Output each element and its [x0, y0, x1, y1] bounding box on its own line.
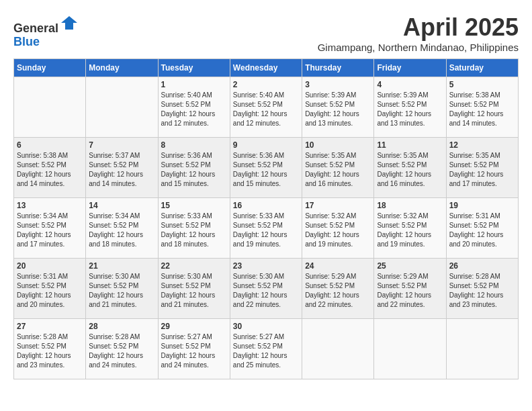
- weekday-header-thursday: Thursday: [302, 59, 374, 77]
- calendar-week-row: 6Sunrise: 5:38 AM Sunset: 5:52 PM Daylig…: [14, 138, 519, 198]
- day-number: 26: [449, 261, 515, 271]
- svg-marker-0: [61, 16, 77, 30]
- calendar-week-row: 27Sunrise: 5:28 AM Sunset: 5:52 PM Dayli…: [14, 319, 519, 379]
- calendar-week-row: 1Sunrise: 5:40 AM Sunset: 5:52 PM Daylig…: [14, 77, 519, 138]
- day-number: 24: [305, 261, 371, 271]
- day-number: 23: [233, 261, 299, 271]
- location-title: Gimampang, Northern Mindanao, Philippine…: [318, 42, 519, 53]
- calendar-cell: 16Sunrise: 5:33 AM Sunset: 5:52 PM Dayli…: [230, 198, 302, 259]
- calendar-cell: 26Sunrise: 5:28 AM Sunset: 5:52 PM Dayli…: [446, 259, 518, 319]
- calendar-cell: [374, 319, 446, 379]
- day-info: Sunrise: 5:27 AM Sunset: 5:52 PM Dayligh…: [161, 332, 227, 370]
- day-info: Sunrise: 5:39 AM Sunset: 5:52 PM Dayligh…: [377, 91, 443, 128]
- day-number: 3: [305, 80, 371, 89]
- logo-blue: Blue: [13, 35, 40, 48]
- calendar-cell: 17Sunrise: 5:32 AM Sunset: 5:52 PM Dayli…: [302, 198, 374, 259]
- day-info: Sunrise: 5:39 AM Sunset: 5:52 PM Dayligh…: [305, 91, 371, 128]
- calendar-cell: 24Sunrise: 5:29 AM Sunset: 5:52 PM Dayli…: [302, 259, 374, 319]
- day-info: Sunrise: 5:31 AM Sunset: 5:52 PM Dayligh…: [449, 212, 515, 249]
- day-number: 21: [89, 261, 154, 271]
- day-number: 1: [161, 80, 227, 89]
- day-number: 10: [305, 140, 371, 150]
- day-info: Sunrise: 5:29 AM Sunset: 5:52 PM Dayligh…: [377, 272, 443, 310]
- calendar-cell: 14Sunrise: 5:34 AM Sunset: 5:52 PM Dayli…: [86, 198, 158, 259]
- day-info: Sunrise: 5:37 AM Sunset: 5:52 PM Dayligh…: [89, 151, 154, 189]
- calendar-cell: 30Sunrise: 5:27 AM Sunset: 5:52 PM Dayli…: [230, 319, 302, 379]
- calendar-cell: 18Sunrise: 5:32 AM Sunset: 5:52 PM Dayli…: [374, 198, 446, 259]
- day-info: Sunrise: 5:32 AM Sunset: 5:52 PM Dayligh…: [377, 212, 443, 249]
- page-header: General Blue April 2025 Gimampang, North…: [13, 13, 519, 53]
- calendar-cell: 29Sunrise: 5:27 AM Sunset: 5:52 PM Dayli…: [158, 319, 230, 379]
- day-number: 22: [161, 261, 227, 271]
- day-info: Sunrise: 5:36 AM Sunset: 5:52 PM Dayligh…: [233, 151, 299, 189]
- day-info: Sunrise: 5:27 AM Sunset: 5:52 PM Dayligh…: [233, 332, 299, 370]
- day-number: 2: [233, 80, 299, 89]
- calendar-week-row: 20Sunrise: 5:31 AM Sunset: 5:52 PM Dayli…: [14, 259, 519, 319]
- day-info: Sunrise: 5:33 AM Sunset: 5:52 PM Dayligh…: [161, 212, 227, 249]
- day-info: Sunrise: 5:30 AM Sunset: 5:52 PM Dayligh…: [233, 272, 299, 310]
- day-number: 29: [161, 322, 227, 331]
- day-number: 5: [449, 80, 515, 89]
- day-info: Sunrise: 5:35 AM Sunset: 5:52 PM Dayligh…: [305, 151, 371, 189]
- day-info: Sunrise: 5:35 AM Sunset: 5:52 PM Dayligh…: [449, 151, 515, 189]
- day-info: Sunrise: 5:38 AM Sunset: 5:52 PM Dayligh…: [449, 91, 515, 128]
- calendar-cell: 9Sunrise: 5:36 AM Sunset: 5:52 PM Daylig…: [230, 138, 302, 198]
- calendar-cell: 6Sunrise: 5:38 AM Sunset: 5:52 PM Daylig…: [14, 138, 86, 198]
- calendar-cell: 19Sunrise: 5:31 AM Sunset: 5:52 PM Dayli…: [446, 198, 518, 259]
- weekday-header-monday: Monday: [86, 59, 158, 77]
- day-number: 9: [233, 140, 299, 150]
- calendar-cell: 2Sunrise: 5:40 AM Sunset: 5:52 PM Daylig…: [230, 77, 302, 138]
- day-number: 30: [233, 322, 299, 331]
- weekday-header-sunday: Sunday: [14, 59, 86, 77]
- day-number: 8: [161, 140, 227, 150]
- day-number: 13: [17, 201, 83, 210]
- title-block: April 2025 Gimampang, Northern Mindanao,…: [318, 13, 519, 53]
- calendar-cell: 5Sunrise: 5:38 AM Sunset: 5:52 PM Daylig…: [446, 77, 518, 138]
- day-info: Sunrise: 5:28 AM Sunset: 5:52 PM Dayligh…: [17, 332, 83, 370]
- day-info: Sunrise: 5:36 AM Sunset: 5:52 PM Dayligh…: [161, 151, 227, 189]
- day-number: 19: [449, 201, 515, 210]
- calendar-cell: 1Sunrise: 5:40 AM Sunset: 5:52 PM Daylig…: [158, 77, 230, 138]
- calendar-cell: 28Sunrise: 5:28 AM Sunset: 5:52 PM Dayli…: [86, 319, 158, 379]
- calendar-cell: [302, 319, 374, 379]
- day-number: 18: [377, 201, 443, 210]
- calendar-cell: 12Sunrise: 5:35 AM Sunset: 5:52 PM Dayli…: [446, 138, 518, 198]
- month-title: April 2025: [318, 13, 519, 42]
- day-info: Sunrise: 5:40 AM Sunset: 5:52 PM Dayligh…: [161, 91, 227, 128]
- logo: General Blue: [13, 13, 79, 49]
- day-number: 17: [305, 201, 371, 210]
- calendar-cell: 21Sunrise: 5:30 AM Sunset: 5:52 PM Dayli…: [86, 259, 158, 319]
- day-info: Sunrise: 5:35 AM Sunset: 5:52 PM Dayligh…: [377, 151, 443, 189]
- day-info: Sunrise: 5:34 AM Sunset: 5:52 PM Dayligh…: [89, 212, 154, 249]
- calendar-cell: 11Sunrise: 5:35 AM Sunset: 5:52 PM Dayli…: [374, 138, 446, 198]
- calendar-cell: 20Sunrise: 5:31 AM Sunset: 5:52 PM Dayli…: [14, 259, 86, 319]
- weekday-header-tuesday: Tuesday: [158, 59, 230, 77]
- calendar-cell: [14, 77, 86, 138]
- calendar-cell: 13Sunrise: 5:34 AM Sunset: 5:52 PM Dayli…: [14, 198, 86, 259]
- day-number: 15: [161, 201, 227, 210]
- day-info: Sunrise: 5:28 AM Sunset: 5:52 PM Dayligh…: [449, 272, 515, 310]
- day-number: 7: [89, 140, 154, 150]
- calendar-cell: [446, 319, 518, 379]
- day-info: Sunrise: 5:28 AM Sunset: 5:52 PM Dayligh…: [89, 332, 154, 370]
- calendar-cell: 27Sunrise: 5:28 AM Sunset: 5:52 PM Dayli…: [14, 319, 86, 379]
- calendar-cell: 15Sunrise: 5:33 AM Sunset: 5:52 PM Dayli…: [158, 198, 230, 259]
- day-info: Sunrise: 5:38 AM Sunset: 5:52 PM Dayligh…: [17, 151, 83, 189]
- calendar-cell: 7Sunrise: 5:37 AM Sunset: 5:52 PM Daylig…: [86, 138, 158, 198]
- day-info: Sunrise: 5:32 AM Sunset: 5:52 PM Dayligh…: [305, 212, 371, 249]
- day-number: 11: [377, 140, 443, 150]
- calendar-cell: 23Sunrise: 5:30 AM Sunset: 5:52 PM Dayli…: [230, 259, 302, 319]
- day-info: Sunrise: 5:29 AM Sunset: 5:52 PM Dayligh…: [305, 272, 371, 310]
- day-number: 12: [449, 140, 515, 150]
- day-number: 6: [17, 140, 83, 150]
- day-number: 4: [377, 80, 443, 89]
- calendar-table: SundayMondayTuesdayWednesdayThursdayFrid…: [13, 58, 519, 379]
- calendar-cell: [86, 77, 158, 138]
- weekday-header-saturday: Saturday: [446, 59, 518, 77]
- weekday-header-wednesday: Wednesday: [230, 59, 302, 77]
- weekday-header-row: SundayMondayTuesdayWednesdayThursdayFrid…: [14, 59, 519, 77]
- day-info: Sunrise: 5:30 AM Sunset: 5:52 PM Dayligh…: [161, 272, 227, 310]
- calendar-cell: 4Sunrise: 5:39 AM Sunset: 5:52 PM Daylig…: [374, 77, 446, 138]
- day-number: 14: [89, 201, 154, 210]
- weekday-header-friday: Friday: [374, 59, 446, 77]
